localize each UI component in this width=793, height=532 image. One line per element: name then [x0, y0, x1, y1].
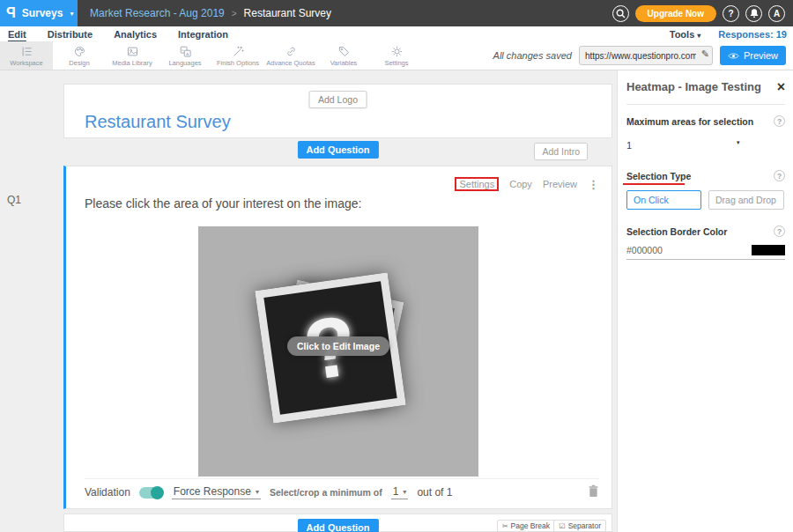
page-break-label: Page Break — [511, 521, 550, 530]
chevron-down-icon: ▾ — [256, 488, 259, 496]
breadcrumb-separator: > — [232, 9, 237, 18]
validation-rule-value: Force Response — [174, 485, 251, 498]
question-card: Settings Copy Preview ⋮ Please click the… — [63, 166, 612, 509]
toolbar-item-label: Design — [69, 59, 89, 67]
toggle-knob — [151, 486, 164, 499]
question-text[interactable]: Please click the area of your interest o… — [85, 196, 361, 211]
red-annotation-underline — [623, 183, 685, 186]
add-intro-button[interactable]: Add Intro — [534, 143, 588, 160]
tools-menu[interactable]: Tools ▾ — [670, 29, 701, 40]
toolbar-item-media-library[interactable]: Media Library — [106, 41, 159, 70]
toolbar-item-label: Advance Quotas — [266, 59, 315, 67]
max-areas-value: 1 — [626, 140, 632, 151]
help-icon[interactable]: ? — [774, 170, 785, 181]
preview-survey-button[interactable]: Preview — [720, 46, 786, 65]
workspace-icon — [20, 44, 33, 58]
responses-count[interactable]: Responses: 19 — [718, 29, 787, 40]
top-navigation-bar: P Surveys ▾ Market Research - Aug 2019 >… — [0, 0, 793, 26]
languages-icon: sA — [179, 44, 192, 58]
toolbar-item-settings[interactable]: Settings — [370, 41, 423, 70]
questionpro-logo-icon: P — [6, 5, 16, 21]
add-question-row: Add Question Add Intro — [63, 141, 612, 162]
help-icon[interactable]: ? — [774, 115, 785, 127]
max-areas-select[interactable]: 1 ▾ — [626, 137, 785, 149]
toolbar-item-label: Languages — [168, 59, 201, 67]
survey-title[interactable]: Restaurant Survey — [85, 112, 231, 132]
validation-label: Validation — [85, 486, 130, 499]
autosave-status: All changes saved — [493, 50, 572, 61]
design-icon — [73, 44, 86, 58]
panel-title: Heatmap - Image Testing — [626, 80, 761, 93]
survey-header-card: Add Logo Restaurant Survey — [63, 84, 612, 138]
breadcrumb: Market Research - Aug 2019 > Restaurant … — [90, 7, 331, 19]
selection-type-label: Selection Type — [626, 171, 691, 181]
separator-label: Separator — [568, 521, 601, 530]
app-window: P Surveys ▾ Market Research - Aug 2019 >… — [0, 0, 793, 532]
search-button[interactable] — [612, 5, 629, 22]
toolbar-item-languages[interactable]: sA Languages — [159, 41, 211, 70]
add-question-footer: Add Question ✂ Page Break ☑ Separator — [63, 514, 612, 532]
tab-integration[interactable]: Integration — [178, 29, 228, 40]
avatar-letter: A — [774, 9, 780, 18]
question-preview-link[interactable]: Preview — [543, 179, 577, 189]
border-color-value: #000000 — [626, 245, 663, 255]
toolbar-item-advance-quotas[interactable]: Advance Quotas — [264, 41, 317, 70]
question-copy-link[interactable]: Copy — [509, 179, 532, 189]
page-break-button[interactable]: ✂ Page Break — [497, 520, 555, 532]
question-actions: Settings Copy Preview ⋮ — [455, 177, 599, 191]
toolbar-item-finish-options[interactable]: Finish Options — [211, 41, 264, 70]
add-question-button-top[interactable]: Add Question — [297, 141, 378, 159]
toolbar-item-label: Settings — [384, 59, 408, 67]
upgrade-now-button[interactable]: Upgrade Now — [635, 5, 716, 22]
minimum-value-select[interactable]: 1 ▾ — [391, 485, 409, 499]
tab-analytics[interactable]: Analytics — [114, 29, 157, 40]
survey-canvas: Q1 Add Logo Restaurant Survey Add Questi… — [0, 70, 617, 532]
toolbar-item-design[interactable]: Design — [53, 41, 106, 70]
toolbar-item-variables[interactable]: Variables — [317, 41, 370, 70]
click-to-edit-image-button[interactable]: Click to Edit Image — [287, 336, 389, 356]
validation-rule-select[interactable]: Force Response ▾ — [172, 485, 261, 499]
toolbar-item-workspace[interactable]: Workspace — [0, 41, 53, 70]
question-settings-panel: Heatmap - Image Testing × Maximum areas … — [617, 70, 793, 532]
toolbar-item-label: Variables — [330, 59, 358, 67]
survey-url-input[interactable] — [579, 46, 713, 65]
validation-toggle[interactable] — [139, 487, 163, 499]
validation-row: Validation Force Response ▾ Select/crop … — [85, 478, 599, 501]
editor-toolbar: Workspace Design Media Library sA Langua… — [0, 41, 793, 70]
close-icon[interactable]: × — [777, 82, 785, 92]
settings-icon — [390, 44, 404, 58]
tab-distribute[interactable]: Distribute — [48, 29, 93, 40]
account-avatar[interactable]: A — [768, 5, 785, 22]
tab-edit[interactable]: Edit — [8, 29, 26, 40]
toolbar-item-label: Workspace — [10, 59, 42, 67]
heatmap-image-placeholder[interactable]: ? Click to Edit Image — [198, 226, 478, 477]
delete-question-button[interactable] — [588, 484, 599, 501]
color-swatch[interactable] — [752, 245, 785, 255]
help-button[interactable]: ? — [723, 5, 739, 22]
notifications-button[interactable] — [745, 5, 762, 22]
question-settings-link[interactable]: Settings — [455, 177, 499, 191]
surveys-menu[interactable]: P Surveys ▾ — [0, 0, 78, 26]
minimum-value: 1 — [393, 485, 399, 498]
selection-type-on-click-button[interactable]: On Click — [626, 190, 701, 210]
edit-url-icon[interactable]: ✎ — [701, 48, 709, 60]
border-color-field[interactable]: #000000 — [626, 245, 785, 260]
selection-type-drag-drop-button[interactable]: Drag and Drop — [708, 190, 784, 210]
chevron-down-icon: ▾ — [403, 488, 406, 496]
media-library-icon — [126, 44, 139, 58]
toolbar-item-label: Finish Options — [217, 59, 259, 67]
eye-icon — [728, 52, 739, 60]
separator-button[interactable]: ☑ Separator — [553, 520, 606, 532]
toolbar-item-label: Media Library — [112, 59, 152, 67]
breadcrumb-survey-name: Restaurant Survey — [244, 7, 331, 19]
help-icon[interactable]: ? — [774, 225, 785, 237]
scissors-icon: ✂ — [502, 522, 508, 530]
add-logo-button[interactable]: Add Logo — [308, 91, 367, 108]
more-options-icon[interactable]: ⋮ — [588, 178, 599, 191]
chevron-down-icon: ▾ — [697, 32, 700, 40]
minimum-select-label: Select/crop a minimum of — [270, 487, 382, 498]
breadcrumb-folder-link[interactable]: Market Research - Aug 2019 — [90, 7, 225, 19]
max-areas-label: Maximum areas for selection — [626, 116, 753, 127]
add-question-button-bottom[interactable]: Add Question — [297, 519, 378, 532]
out-of-label: out of 1 — [417, 486, 452, 499]
